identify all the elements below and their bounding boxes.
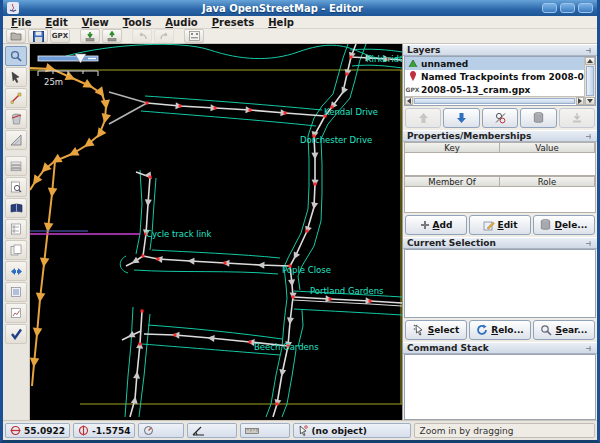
- scroll-right-icon[interactable]: [576, 97, 584, 105]
- relations-panel-toggle[interactable]: [5, 240, 27, 260]
- selection-panel-toggle[interactable]: [5, 198, 27, 218]
- maximize-button[interactable]: [560, 3, 575, 13]
- main-toolbar: GPX: [3, 29, 597, 44]
- gpx-track[interactable]: [30, 68, 106, 386]
- gpx-export-button[interactable]: GPX: [50, 29, 70, 43]
- download-icon: [84, 31, 96, 42]
- sticky-icon[interactable]: [585, 345, 593, 352]
- vscroll-thumb[interactable]: [586, 66, 594, 96]
- move-tool-button[interactable]: [5, 67, 27, 87]
- gpx-icon: GPX: [52, 32, 68, 40]
- layer-row-gpx[interactable]: GPX2008-05-13_cram.gpx: [405, 83, 584, 96]
- delete-button[interactable]: Dele...: [533, 215, 595, 235]
- layer-down-button[interactable]: [443, 108, 479, 128]
- hscroll-thumb[interactable]: [414, 98, 575, 104]
- label-beech-gardens: Beech Gardens: [254, 342, 319, 352]
- reload-button[interactable]: Relo...: [469, 320, 531, 340]
- upload-button[interactable]: [102, 29, 122, 43]
- sticky-icon[interactable]: [585, 47, 593, 54]
- help-text-field: Zoom in by dragging: [414, 423, 595, 438]
- download-button[interactable]: [80, 29, 100, 43]
- memberships-table[interactable]: Member OfRole: [404, 176, 596, 213]
- memberships-table-body[interactable]: [404, 187, 596, 213]
- undo-button[interactable]: [132, 29, 152, 43]
- label-kendal-drive: Kendal Drive: [324, 107, 378, 117]
- properties-panel-toggle[interactable]: [5, 177, 27, 197]
- menu-audio[interactable]: Audio: [165, 17, 197, 28]
- layers-vscrollbar[interactable]: [584, 57, 595, 105]
- selection-list[interactable]: [404, 249, 596, 318]
- save-button[interactable]: [28, 29, 48, 43]
- selected-way[interactable]: [30, 231, 140, 234]
- pen-icon: [10, 92, 22, 104]
- search-magnifier-icon: [540, 324, 552, 336]
- layer-showhide-button[interactable]: [482, 108, 518, 128]
- merge-icon: [571, 112, 583, 124]
- layer-merge-button[interactable]: [559, 108, 595, 128]
- command-stack-list[interactable]: [404, 354, 596, 420]
- angle-icon: [192, 426, 205, 436]
- app-icon: [7, 2, 19, 14]
- properties-buttons: Add Edit Dele...: [403, 213, 597, 237]
- delete-tool-button[interactable]: [5, 109, 27, 129]
- add-button[interactable]: Add: [405, 215, 467, 235]
- role-column-header[interactable]: Role: [500, 177, 595, 186]
- open-folder-icon: [10, 31, 22, 41]
- preferences-icon: [189, 31, 200, 41]
- layer-row-unnamed[interactable]: unnamed: [405, 57, 584, 70]
- layer-row-trackpoints[interactable]: Named Trackpoints from 2008-05-13_cr: [405, 70, 584, 83]
- label-kirkbride: Kirkbride: [366, 54, 402, 64]
- zoom-tool-button[interactable]: [5, 46, 27, 66]
- layer-delete-button[interactable]: [520, 108, 556, 128]
- minimize-button[interactable]: [542, 3, 557, 13]
- menu-view[interactable]: View: [82, 17, 109, 28]
- menu-help[interactable]: Help: [268, 17, 294, 28]
- map-view[interactable]: 25m Kirkbride Kendal Drive Dorchester Dr…: [30, 44, 402, 420]
- select-button[interactable]: Select: [405, 320, 467, 340]
- redo-button[interactable]: [154, 29, 174, 43]
- validator-toggle[interactable]: [5, 324, 27, 344]
- tags-panel-toggle[interactable]: [5, 219, 27, 239]
- search-button[interactable]: Sear...: [533, 320, 595, 340]
- sticky-icon[interactable]: [585, 240, 593, 247]
- menu-presets[interactable]: Presets: [212, 17, 255, 28]
- conflict-panel-toggle[interactable]: [5, 261, 27, 281]
- draw-node-tool-button[interactable]: [5, 88, 27, 108]
- scroll-down-icon[interactable]: [585, 97, 595, 105]
- status-bar: 55.0922 -1.5754 (no object) Zoom in by d…: [3, 420, 597, 440]
- download-bounds: [30, 70, 402, 404]
- title-bar[interactable]: Java OpenStreetMap - Editor: [3, 0, 597, 16]
- measure-tool-button[interactable]: [5, 130, 27, 150]
- map-canvas[interactable]: 25m Kirkbride Kendal Drive Dorchester Dr…: [30, 44, 402, 417]
- layers-buttons: [403, 106, 597, 130]
- redo-icon: [159, 31, 170, 41]
- gps-trace-lines[interactable]: [66, 44, 402, 417]
- selection-header: Current Selection: [403, 237, 597, 249]
- marker-layer-icon: [407, 71, 418, 82]
- key-column-header[interactable]: Key: [405, 143, 500, 152]
- gpx-layer-icon: GPX: [407, 84, 418, 95]
- layers-panel-toggle[interactable]: [5, 156, 27, 176]
- properties-table[interactable]: KeyValue: [404, 142, 596, 176]
- layer-up-button[interactable]: [405, 108, 441, 128]
- menu-tools[interactable]: Tools: [123, 17, 152, 28]
- value-column-header[interactable]: Value: [500, 143, 595, 152]
- preferences-button[interactable]: [184, 29, 204, 43]
- open-button[interactable]: [6, 29, 26, 43]
- data-layer-icon: [407, 58, 418, 69]
- layers-header: Layers: [403, 44, 597, 56]
- command-stack-panel-toggle[interactable]: [5, 282, 27, 302]
- scroll-up-icon[interactable]: [585, 57, 595, 65]
- close-button[interactable]: [578, 3, 593, 13]
- sticky-icon[interactable]: [585, 133, 593, 140]
- member-of-column-header[interactable]: Member Of: [405, 177, 500, 186]
- menu-edit[interactable]: Edit: [45, 17, 67, 28]
- scroll-left-icon[interactable]: [405, 97, 413, 105]
- layers-hscrollbar[interactable]: [405, 96, 584, 104]
- layers-list[interactable]: unnamed Named Trackpoints from 2008-05-1…: [404, 56, 596, 106]
- edit-button[interactable]: Edit: [469, 215, 531, 235]
- properties-table-body[interactable]: [404, 153, 596, 176]
- menu-file[interactable]: File: [11, 17, 31, 28]
- audio-panel-toggle[interactable]: [5, 303, 27, 323]
- chart-doc-icon: [10, 307, 22, 319]
